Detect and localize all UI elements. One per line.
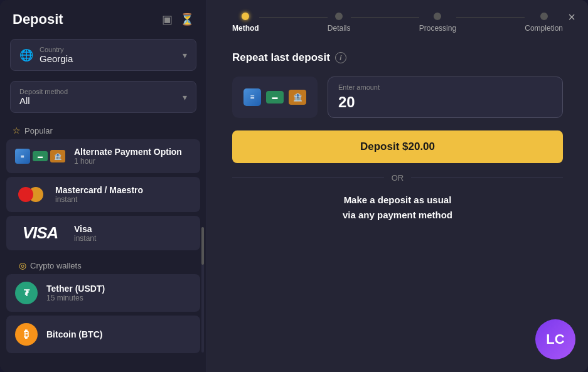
box-apo-bank-icon: 🏦 [289,90,306,105]
left-panel: Deposit ▣ ⏳ 🌐 Country Georgia ▾ [0,0,207,372]
star-icon: ☆ [13,125,21,136]
or-line-left [232,178,384,178]
left-header: Deposit ▣ ⏳ [0,0,206,34]
amount-box[interactable]: Enter amount 20 [328,77,563,118]
step-label-completion: Completion [525,24,563,33]
payment-list: ≡ ▬ 🏦 Alternate Payment Option 1 hour Ma… [0,139,206,372]
modal-title: Deposit [13,11,63,28]
make-deposit-text: Make a deposit as usual via any payment … [232,193,563,223]
step-line-2 [351,17,419,18]
scrollbar-thumb[interactable] [201,227,204,265]
step-label-processing: Processing [419,24,456,33]
apo-icon-stack: ≡ [15,149,30,164]
repeat-title: Repeat last deposit [232,51,330,64]
history-icon[interactable]: ⏳ [180,13,194,26]
list-item[interactable]: ≡ ▬ 🏦 Alternate Payment Option 1 hour [6,139,200,173]
popular-section-label: ☆ Popular [0,118,206,139]
country-value: Georgia [40,53,73,64]
tether-time: 15 minutes [46,294,191,302]
mc-left-circle [18,187,33,202]
crypto-section-label: ◎ Crypto wallets [6,254,200,274]
apo-icon-card: ▬ [33,151,48,161]
country-chevron-icon: ▾ [183,50,187,60]
deposit-button[interactable]: Deposit $20.00 [232,130,563,163]
list-item[interactable]: ₮ Tether (USDT) 15 minutes [6,274,200,312]
popular-label: Popular [24,126,53,136]
info-icon[interactable]: i [335,52,346,63]
box-apo-card-icon: ▬ [266,91,284,104]
deposit-method-sublabel: Deposit method [19,88,68,95]
mastercard-name: Mastercard / Maestro [55,185,191,195]
step-line-1 [259,17,328,18]
step-details: Details [328,13,351,33]
step-dot-processing [434,13,441,20]
apo-name: Alternate Payment Option [74,147,191,157]
steps-container: Method Details Processing Completion [232,13,563,33]
deposit-method-value: All [19,95,68,106]
country-label-group: Country Georgia [40,46,73,64]
tether-name: Tether (USDT) [46,284,191,294]
apo-logos: ≡ ▬ 🏦 [15,149,65,164]
right-panel: × Method Details Processing Completion [207,0,588,372]
close-button[interactable]: × [568,10,575,24]
tether-info: Tether (USDT) 15 minutes [46,284,191,302]
visa-info: Visa instant [74,224,191,243]
deposit-method-dropdown[interactable]: Deposit method All ▾ [10,81,196,113]
deposit-method-chevron-icon: ▾ [183,92,187,102]
list-item[interactable]: VISA Visa instant [6,216,200,250]
crypto-coin-icon: ◎ [19,260,26,270]
monitor-icon[interactable]: ▣ [162,13,173,26]
step-dot-details [335,13,343,20]
tether-icon: ₮ [15,282,38,304]
amount-value: 20 [338,93,552,111]
mastercard-time: instant [55,195,191,204]
step-label-details: Details [328,24,351,33]
deposit-method-left: Deposit method All [19,88,68,106]
country-dropdown[interactable]: 🌐 Country Georgia ▾ [10,39,196,71]
step-line-3 [456,17,525,18]
deposit-method-label-group: Deposit method All [19,88,68,106]
step-processing: Processing [419,13,456,33]
mastercard-info: Mastercard / Maestro instant [55,185,191,204]
step-completion: Completion [525,13,563,33]
country-dropdown-container: 🌐 Country Georgia ▾ [0,34,206,76]
repeat-header: Repeat last deposit i [232,51,563,64]
globe-icon: 🌐 [19,48,33,62]
mastercard-logo [15,184,46,205]
scrollbar-track [201,227,204,353]
make-deposit-line1: Make a deposit as usual [344,194,452,205]
avatar-button[interactable]: LC [535,319,575,359]
step-method: Method [232,13,259,33]
step-dot-method [242,13,249,20]
visa-time: instant [74,234,191,243]
bitcoin-icon: ₿ [15,323,38,346]
deposit-modal: Deposit ▣ ⏳ 🌐 Country Georgia ▾ [0,0,588,372]
visa-logo: VISA [15,223,65,243]
list-item[interactable]: ₿ Bitcoin (BTC) [6,316,200,353]
amount-label: Enter amount [338,83,552,91]
method-icons-box[interactable]: ≡ ▬ 🏦 [232,77,318,118]
box-apo-stack-icon: ≡ [243,88,261,106]
list-item[interactable]: Mastercard / Maestro instant [6,177,200,212]
or-text: OR [392,173,404,183]
crypto-label: Crypto wallets [30,261,82,270]
deposit-method-dropdown-container: Deposit method All ▾ [0,76,206,118]
visa-name: Visa [74,224,191,234]
apo-time: 1 hour [74,157,191,166]
make-deposit-line2: via any payment method [343,210,452,220]
apo-info: Alternate Payment Option 1 hour [74,147,191,166]
country-dropdown-left: 🌐 Country Georgia [19,46,73,64]
apo-icon-bank: 🏦 [50,150,65,162]
bitcoin-info: Bitcoin (BTC) [46,329,191,339]
step-dot-completion [540,13,548,20]
header-icons: ▣ ⏳ [162,13,194,26]
or-divider: OR [232,173,563,183]
avatar-letters: LC [546,331,564,348]
or-line-right [411,178,563,178]
bitcoin-name: Bitcoin (BTC) [46,329,191,339]
repeat-row: ≡ ▬ 🏦 Enter amount 20 [232,77,563,118]
country-sublabel: Country [40,46,73,53]
step-label-method: Method [232,24,259,33]
